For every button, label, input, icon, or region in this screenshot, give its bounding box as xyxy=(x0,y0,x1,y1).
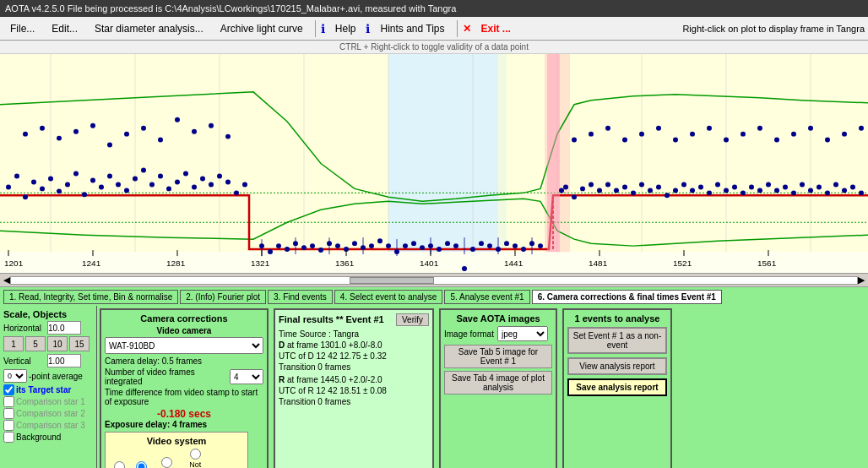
checkbox-comp2-input[interactable] xyxy=(3,408,14,419)
svg-point-70 xyxy=(335,243,340,248)
scrollbar-thumb[interactable] xyxy=(350,277,434,284)
plot-svg: 1201 1241 1281 1321 1361 1401 1441 1481 … xyxy=(0,54,868,273)
tab-4[interactable]: 4. Select event to analyse xyxy=(334,290,443,304)
menu-star-diameter[interactable]: Star diameter analysis... xyxy=(88,21,210,36)
save-panel: Save AOTA images Image format jpegpngbmp… xyxy=(439,308,557,468)
radio-ntsc-input[interactable] xyxy=(114,461,125,468)
menu-edit[interactable]: Edit... xyxy=(45,21,84,36)
svg-point-33 xyxy=(124,188,129,193)
video-camera-subtitle: Video camera xyxy=(105,326,263,335)
d-transition-row: Transition 0 frames xyxy=(279,362,429,372)
svg-point-68 xyxy=(318,248,323,253)
menu-help[interactable]: Help xyxy=(328,21,363,36)
radio-pal-input[interactable] xyxy=(136,461,147,468)
checkbox-target-input[interactable] xyxy=(3,384,14,395)
scroll-right-arrow[interactable]: ▶ xyxy=(858,275,865,286)
tab-2[interactable]: 2. (Info) Fourier plot xyxy=(180,290,266,304)
view-report-button[interactable]: View analysis report xyxy=(567,357,667,375)
svg-point-96 xyxy=(563,184,568,189)
set-event-button[interactable]: Set Event # 1 as a non-event xyxy=(567,327,667,354)
scrollbar-track[interactable] xyxy=(10,276,858,285)
camera-select[interactable]: WAT-910BD xyxy=(105,337,263,354)
target-star-label: its Target star xyxy=(16,385,71,395)
svg-point-55 xyxy=(141,126,146,131)
tab-6[interactable]: 6. Camera corrections & final times Even… xyxy=(532,290,722,304)
checkbox-bg: Background xyxy=(3,432,93,443)
verify-button[interactable]: Verify xyxy=(396,313,429,326)
svg-point-136 xyxy=(639,132,644,137)
d-value-row: D at frame 1301.0 +8.0/-8.0 xyxy=(279,340,429,350)
scale-btn-10[interactable]: 10 xyxy=(47,336,68,351)
time-diff-value: -0.180 secs xyxy=(105,408,263,420)
svg-point-35 xyxy=(141,167,146,172)
tab-1[interactable]: 1. Read, Integrity, Set time, Bin & norm… xyxy=(3,290,178,304)
menu-archive[interactable]: Archive light curve xyxy=(214,21,310,36)
frames-select[interactable]: 4128 xyxy=(230,369,263,384)
svg-point-56 xyxy=(158,138,163,143)
svg-text:1521: 1521 xyxy=(673,258,692,268)
hints-icon: ℹ xyxy=(366,22,370,35)
svg-point-88 xyxy=(487,243,492,248)
svg-point-60 xyxy=(225,134,231,139)
scrollbar-area[interactable]: ◀ ▶ xyxy=(0,274,868,287)
menu-exit[interactable]: Exit ... xyxy=(475,21,518,36)
checkbox-comp3-input[interactable] xyxy=(3,420,14,431)
menu-bar: File... Edit... Star diameter analysis..… xyxy=(0,17,868,41)
checkbox-comp1: Comparison star 1 xyxy=(3,396,93,407)
svg-point-126 xyxy=(816,184,822,189)
tab-5[interactable]: 5. Analyse event #1 xyxy=(444,290,529,304)
svg-point-142 xyxy=(741,132,746,137)
svg-point-121 xyxy=(774,188,779,193)
svg-text:1201: 1201 xyxy=(4,258,24,268)
image-format-select[interactable]: jpegpngbmp xyxy=(497,326,548,341)
d-label: D xyxy=(279,340,285,350)
radio-notknown-input[interactable] xyxy=(190,449,201,460)
save-report-button[interactable]: Save analysis report xyxy=(567,378,667,396)
svg-point-143 xyxy=(757,126,762,131)
svg-point-36 xyxy=(149,182,155,187)
scroll-left-arrow[interactable]: ◀ xyxy=(3,275,10,286)
svg-point-120 xyxy=(766,182,771,187)
bg-label: Background xyxy=(16,433,61,442)
horizontal-label: Horizontal xyxy=(3,324,46,333)
radio-other: Other(ADVS) xyxy=(154,457,180,468)
svg-text:1561: 1561 xyxy=(757,258,777,268)
radio-other-input[interactable] xyxy=(161,457,172,468)
checkbox-comp1-input[interactable] xyxy=(3,396,14,407)
checkbox-bg-input[interactable] xyxy=(3,432,14,443)
vertical-scale-row: Vertical xyxy=(3,354,93,367)
svg-point-46 xyxy=(234,190,239,195)
svg-point-80 xyxy=(420,245,425,250)
svg-point-87 xyxy=(479,241,484,246)
camera-panel-title: Camera corrections xyxy=(105,313,263,324)
svg-point-122 xyxy=(783,184,788,189)
scale-btn-5[interactable]: 5 xyxy=(25,336,46,351)
save-tab4-button[interactable]: Save Tab 4 image of plot analysis xyxy=(444,371,552,395)
save-tab5-button[interactable]: Save Tab 5 image for Event # 1 xyxy=(444,345,552,368)
point-avg-select[interactable]: 012 xyxy=(3,369,27,383)
svg-point-19 xyxy=(6,184,11,189)
svg-point-102 xyxy=(614,188,619,193)
vertical-input[interactable] xyxy=(47,354,81,367)
svg-point-127 xyxy=(825,190,830,195)
svg-text:1361: 1361 xyxy=(335,258,355,268)
horizontal-input[interactable] xyxy=(47,321,81,335)
left-panel: Scale, Objects Horizontal 1 5 10 15 Vert… xyxy=(0,306,97,468)
d-value: at frame 1301.0 +8.0/-8.0 xyxy=(287,340,382,350)
svg-point-141 xyxy=(724,138,729,143)
svg-point-25 xyxy=(57,188,62,193)
plot-area[interactable]: 1201 1241 1281 1321 1361 1401 1441 1481 … xyxy=(0,54,868,274)
svg-text:1441: 1441 xyxy=(504,258,524,268)
menu-hints[interactable]: Hints and Tips xyxy=(373,21,451,36)
svg-point-132 xyxy=(572,138,577,143)
svg-point-42 xyxy=(200,176,205,181)
tab-3[interactable]: 3. Find events xyxy=(268,290,333,304)
scale-btn-1[interactable]: 1 xyxy=(3,336,24,351)
radio-pal: PAL xyxy=(135,461,149,468)
svg-point-54 xyxy=(124,132,129,137)
svg-point-149 xyxy=(859,126,864,131)
svg-point-84 xyxy=(453,243,458,248)
svg-point-139 xyxy=(690,132,695,137)
menu-file[interactable]: File... xyxy=(3,21,41,36)
scale-btn-15[interactable]: 15 xyxy=(69,336,90,351)
